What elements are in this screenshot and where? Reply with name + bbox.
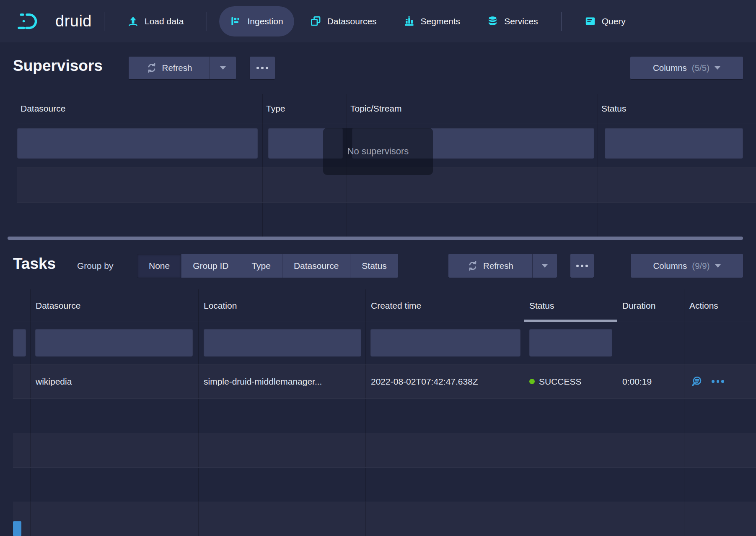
duration-cell: 0:00:19 xyxy=(617,364,684,398)
column-header-label: Topic/Stream xyxy=(350,104,402,114)
table-row xyxy=(13,433,756,468)
refresh-icon xyxy=(467,260,478,271)
no-supervisors-message: No supervisors xyxy=(323,128,433,175)
druid-console: druid Load data Ingestion xyxy=(0,0,756,536)
nav-divider xyxy=(104,12,104,31)
query-icon xyxy=(585,16,596,27)
datasource-cell: wikipedia xyxy=(31,364,199,398)
status-label: SUCCESS xyxy=(539,377,582,387)
columns-count: (5/5) xyxy=(692,63,709,73)
status-filter-input[interactable] xyxy=(529,329,612,356)
tasks-more-button[interactable] xyxy=(570,254,594,278)
actions-cell xyxy=(684,364,756,398)
tasks-refresh-split-button: Refresh xyxy=(448,254,557,278)
table-row xyxy=(13,399,756,433)
column-header-topic-stream[interactable]: Topic/Stream xyxy=(347,94,598,123)
tasks-refresh-button[interactable]: Refresh xyxy=(448,254,532,278)
more-icon xyxy=(576,265,588,267)
view-details-icon[interactable] xyxy=(691,375,703,388)
nav-item-segments[interactable]: Segments xyxy=(393,6,471,36)
column-header-expander xyxy=(13,289,31,322)
group-by-button-group: None Group ID Type Datasource Status xyxy=(137,254,398,278)
column-header-label: Status xyxy=(529,301,554,311)
column-header-status[interactable]: Status xyxy=(598,94,756,123)
group-by-status-button[interactable]: Status xyxy=(350,254,398,278)
ingestion-icon xyxy=(230,16,241,27)
more-icon xyxy=(256,67,268,69)
druid-brand[interactable]: druid xyxy=(17,11,92,31)
row-expander-cell[interactable] xyxy=(13,364,31,398)
tasks-refresh-caret-button[interactable] xyxy=(533,254,557,278)
supervisors-title: Supervisors xyxy=(13,57,103,75)
refresh-label: Refresh xyxy=(483,261,513,271)
supervisors-refresh-button[interactable]: Refresh xyxy=(129,57,210,79)
expander-filter-input[interactable] xyxy=(13,329,26,356)
nav-item-label: Datasources xyxy=(327,16,377,26)
location-filter-input[interactable] xyxy=(204,329,361,356)
nav-item-services[interactable]: Services xyxy=(476,6,549,36)
table-row xyxy=(17,203,756,238)
tasks-filter-row xyxy=(13,322,756,364)
scrollbar-thumb[interactable] xyxy=(13,521,21,536)
column-header-label: Created time xyxy=(371,301,421,311)
supervisors-more-button[interactable] xyxy=(250,57,275,79)
column-header-status[interactable]: Status xyxy=(524,289,617,322)
group-by-label: Group by xyxy=(77,254,113,278)
chevron-down-icon xyxy=(220,66,226,70)
datasources-icon xyxy=(310,16,321,27)
column-header-duration[interactable]: Duration xyxy=(617,289,684,322)
column-header-label: Datasource xyxy=(21,104,65,114)
nav-item-load-data[interactable]: Load data xyxy=(117,6,194,36)
refresh-label: Refresh xyxy=(162,63,192,73)
columns-count: (9/9) xyxy=(692,261,709,271)
supervisors-columns-button[interactable]: Columns (5/5) xyxy=(630,57,743,79)
column-header-label: Duration xyxy=(622,301,655,311)
group-by-group-id-button[interactable]: Group ID xyxy=(181,254,240,278)
nav-item-label: Load data xyxy=(145,16,184,26)
nav-item-query[interactable]: Query xyxy=(574,6,637,36)
horizontal-scrollbar[interactable] xyxy=(8,237,743,240)
brand-wordmark: druid xyxy=(55,12,92,30)
supervisors-table-header: Datasource Type Topic/Stream Status xyxy=(17,94,756,123)
sort-indicator xyxy=(524,320,617,322)
chevron-down-icon xyxy=(715,66,720,70)
tasks-title: Tasks xyxy=(13,255,56,273)
column-header-location[interactable]: Location xyxy=(199,289,366,322)
column-header-datasource[interactable]: Datasource xyxy=(17,94,263,123)
group-by-datasource-button[interactable]: Datasource xyxy=(282,254,350,278)
status-cell: SUCCESS xyxy=(524,364,617,398)
column-header-label: Location xyxy=(204,301,237,311)
nav-item-label: Services xyxy=(504,16,538,26)
chevron-down-icon xyxy=(542,264,548,268)
column-header-datasource[interactable]: Datasource xyxy=(31,289,199,322)
table-row xyxy=(13,468,756,502)
created-time-filter-input[interactable] xyxy=(370,329,520,356)
table-row xyxy=(13,502,756,536)
column-header-type[interactable]: Type xyxy=(263,94,347,123)
supervisors-refresh-caret-button[interactable] xyxy=(210,57,236,79)
column-header-label: Actions xyxy=(689,301,718,311)
nav-divider xyxy=(207,12,207,31)
tasks-columns-button[interactable]: Columns (9/9) xyxy=(631,254,743,278)
created-time-cell: 2022-08-02T07:42:47.638Z xyxy=(366,364,524,398)
success-status-dot xyxy=(529,379,535,384)
nav-item-ingestion[interactable]: Ingestion xyxy=(219,6,294,36)
upload-icon xyxy=(127,16,139,27)
navbar: druid Load data Ingestion xyxy=(0,0,756,42)
column-header-label: Status xyxy=(601,104,627,114)
group-by-none-button[interactable]: None xyxy=(137,254,181,278)
datasource-filter-input[interactable] xyxy=(35,329,193,356)
nav-item-label: Segments xyxy=(421,16,461,26)
task-row[interactable]: wikipedia simple-druid-middlemanager... … xyxy=(13,364,756,399)
columns-label: Columns xyxy=(653,63,687,73)
row-more-icon[interactable] xyxy=(712,380,724,383)
nav-item-label: Query xyxy=(602,16,626,26)
column-header-actions[interactable]: Actions xyxy=(684,289,756,322)
status-filter-input[interactable] xyxy=(605,128,743,159)
location-cell: simple-druid-middlemanager... xyxy=(199,364,366,398)
datasource-filter-input[interactable] xyxy=(17,128,258,159)
segments-icon xyxy=(404,16,415,27)
nav-item-datasources[interactable]: Datasources xyxy=(299,6,388,36)
column-header-created-time[interactable]: Created time xyxy=(366,289,524,322)
group-by-type-button[interactable]: Type xyxy=(240,254,282,278)
